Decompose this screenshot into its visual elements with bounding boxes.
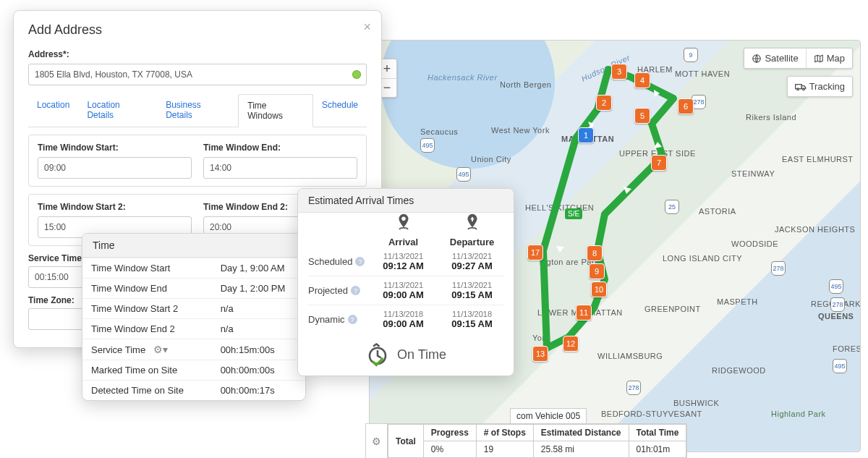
map-label: Secaucus <box>420 127 458 136</box>
eta-cell: 11/13/202109:27 AM <box>441 249 503 274</box>
map-label: WOODSIDE <box>731 239 778 248</box>
tw1-start-input[interactable] <box>38 157 192 179</box>
map-controls: Satellite Map Tracking <box>744 48 853 97</box>
row-value: n/a <box>212 299 305 319</box>
row-value: 00h:00m:00s <box>212 360 305 381</box>
gear-icon[interactable]: ⚙ <box>372 436 381 447</box>
map-label: RIDGEWOOD <box>712 366 766 375</box>
time-window-1: Time Window Start: Time Window End: <box>28 135 367 187</box>
eta-cell: 11/13/202109:00 AM <box>372 278 435 303</box>
route-shield: 278 <box>626 381 641 395</box>
eta-title: Estimated Arrival Times <box>298 189 514 213</box>
map-icon <box>814 54 824 64</box>
map-label: Highland Park <box>771 410 826 418</box>
stop-marker-17[interactable]: 17 <box>527 245 543 260</box>
route-shield: 278 <box>692 95 706 109</box>
stop-marker-10[interactable]: 10 <box>591 281 607 297</box>
stop-marker-8[interactable]: 8 <box>587 245 603 261</box>
route-shield: 278 <box>830 297 845 312</box>
time-card-title: Time <box>82 234 305 258</box>
map-label: EAST ELMHURST <box>782 155 854 164</box>
map-label: STEINWAY <box>731 169 775 178</box>
map-button[interactable]: Map <box>806 48 852 68</box>
gear-icon[interactable]: ⚙▾ <box>153 344 168 355</box>
map-label: FOREST <box>833 344 861 353</box>
stop-marker-11[interactable]: 11 <box>576 305 592 321</box>
tw2-start-label: Time Window Start 2: <box>38 202 192 212</box>
val-distance: 25.58 mi <box>533 441 629 458</box>
row-label: Time Window End 2 <box>82 319 212 339</box>
route-shield: 25 <box>665 200 679 214</box>
val-progress: 0% <box>423 441 476 458</box>
map-label: JACKSON HEIGHTS <box>775 225 855 234</box>
map-label: North Bergen <box>500 80 551 89</box>
stop-marker-12[interactable]: 12 <box>563 336 579 352</box>
svg-point-11 <box>401 217 406 221</box>
tabs: Location Location Details Business Detai… <box>28 94 367 127</box>
tab-time-windows[interactable]: Time Windows <box>238 94 313 127</box>
tracking-button[interactable]: Tracking <box>788 77 852 96</box>
eta-cell: 11/13/201809:00 AM <box>372 307 435 332</box>
tw1-end-label: Time Window End: <box>203 143 357 153</box>
col-stops: # of Stops <box>476 425 533 441</box>
tab-business-details[interactable]: Business Details <box>157 94 238 127</box>
time-card: Time Time Window StartDay 1, 9:00 AM Tim… <box>82 233 306 401</box>
stop-marker-2[interactable]: 2 <box>596 95 612 111</box>
row-value: 00h:00m:17s <box>212 381 305 401</box>
clock-check-icon <box>365 342 390 367</box>
row-label: Service Time ⚙▾ <box>82 339 212 360</box>
map-label: ASTORIA <box>699 207 736 216</box>
val-stops: 19 <box>476 441 533 458</box>
tab-location[interactable]: Location <box>28 94 78 127</box>
map-label: GREENPOINT <box>644 305 701 313</box>
eta-cell: 11/13/201809:15 AM <box>441 307 503 332</box>
eta-card: Estimated Arrival Times Arrival Departur… <box>297 188 514 376</box>
col-time: Total Time <box>629 425 686 441</box>
satellite-button[interactable]: Satellite <box>744 48 805 68</box>
stop-marker-13[interactable]: 13 <box>532 346 548 362</box>
stop-marker-1[interactable]: 1 <box>578 127 594 143</box>
pin-up-icon <box>463 213 482 232</box>
stop-marker-9[interactable]: 9 <box>589 263 605 279</box>
total-label: Total <box>388 425 424 458</box>
departure-column: Departure <box>441 213 503 247</box>
help-icon[interactable]: ? <box>355 257 365 266</box>
vehicle-name: com Vehicle 005 <box>510 408 587 424</box>
tw1-start-label: Time Window Start: <box>38 143 192 153</box>
row-value: Day 1, 9:00 AM <box>212 258 305 279</box>
map-label: LONG ISLAND CITY <box>663 254 742 263</box>
close-icon[interactable]: × <box>363 20 371 35</box>
tw1-end-input[interactable] <box>203 157 357 179</box>
stop-marker-5[interactable]: 5 <box>634 108 650 124</box>
address-input[interactable] <box>28 64 367 85</box>
map-label: BEDFORD-STUYVESANT <box>601 410 702 418</box>
tab-location-details[interactable]: Location Details <box>78 94 157 127</box>
route-shield: 495 <box>829 279 843 294</box>
col-distance: Estimated Distance <box>533 425 629 441</box>
stop-marker-4[interactable]: 4 <box>634 72 650 88</box>
stop-marker-6[interactable]: 6 <box>678 98 694 114</box>
eta-cell: 11/13/202109:15 AM <box>441 278 503 303</box>
start-end-marker[interactable]: S/E <box>565 208 582 219</box>
stop-marker-7[interactable]: 7 <box>651 155 667 171</box>
route-shield: 495 <box>833 359 847 373</box>
satellite-label: Satellite <box>765 53 798 64</box>
tracking-label: Tracking <box>809 81 845 92</box>
map-label: MOTT HAVEN <box>675 69 730 78</box>
map-label: Hackensack River <box>427 73 498 82</box>
map-label: Union City <box>471 155 511 164</box>
map-label: Map <box>827 53 845 64</box>
row-value: n/a <box>212 319 305 339</box>
val-time: 01h:01m <box>629 441 686 458</box>
help-icon[interactable]: ? <box>351 286 360 295</box>
route-shield: 495 <box>420 138 435 153</box>
truck-icon <box>795 82 807 91</box>
row-label: Marked Time on Site <box>82 360 212 381</box>
row-label: Time Window End <box>82 279 212 299</box>
on-time-status: On Time <box>298 342 514 367</box>
tab-schedule[interactable]: Schedule <box>313 94 367 127</box>
help-icon[interactable]: ? <box>348 315 357 324</box>
modal-title: Add Address <box>28 22 367 38</box>
verified-dot-icon <box>352 70 361 79</box>
stop-marker-3[interactable]: 3 <box>611 64 627 80</box>
